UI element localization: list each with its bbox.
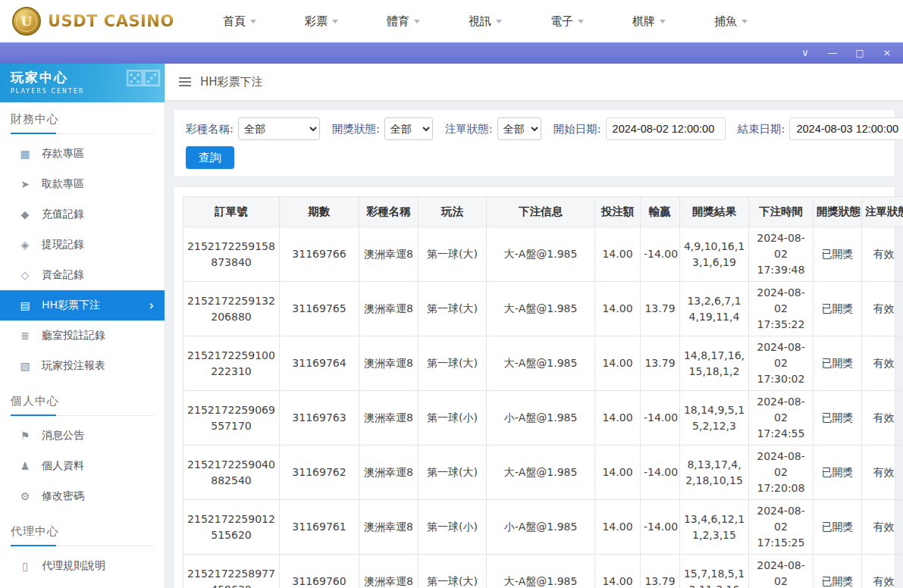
column-header: 輸贏 [641, 197, 680, 227]
lottery-type-select[interactable]: 全部 [238, 117, 320, 140]
content-header: HH彩票下注 [165, 64, 903, 100]
start-date-label: 開始日期: [553, 122, 601, 136]
nav-item[interactable]: 電子 [550, 14, 584, 29]
table-row: 2152172259040882540 31169762 澳洲幸運8 第一球(大… [183, 446, 903, 500]
cell-draw-status: 已開獎 [814, 391, 862, 446]
table-row: 2152172259100222310 31169764 澳洲幸運8 第一球(大… [183, 336, 903, 391]
start-date-input[interactable] [606, 117, 726, 140]
personal-menu-group: ⚑ 消息公告 ♟ 個人資料 ⚙ 修改密碼 [0, 416, 165, 514]
main-nav: 首頁 彩票 體育 視訊 電子 棋牌 捕魚 [223, 14, 748, 29]
sidebar-item-announcements[interactable]: ⚑ 消息公告 [0, 421, 165, 451]
chevron-right-icon: › [149, 299, 154, 312]
cell-win-loss: 13.79 [641, 336, 680, 391]
cell-win-loss: -14.00 [641, 446, 680, 500]
cell-period: 31169766 [280, 227, 359, 282]
hamburger-menu-icon[interactable] [179, 81, 191, 83]
search-button[interactable]: 查詢 [186, 146, 234, 169]
draw-status-filter: 開獎狀態: 全部 [332, 117, 433, 140]
funds-icon: ◇ [18, 269, 32, 281]
bet-status-select[interactable]: 全部 [497, 117, 541, 140]
column-header: 下注信息 [487, 197, 595, 227]
table-row: 2152172259158873840 31169766 澳洲幸運8 第一球(大… [183, 227, 903, 282]
close-button[interactable]: × [879, 42, 895, 64]
cell-draw-result: 13,4,6,12,11,2,3,15 [680, 500, 749, 555]
deposit-icon: ▦ [18, 148, 32, 160]
cell-bet-status: 有效 [862, 446, 903, 500]
nav-item[interactable]: 體育 [387, 14, 420, 29]
cell-play-type: 第一球(大) [419, 446, 487, 500]
cell-bet-time: 2024-08-02 17:24:55 [749, 391, 814, 446]
content-area: HH彩票下注 彩種名稱: 全部 開獎狀態: 全部 [165, 64, 903, 588]
cell-bet-time: 2024-08-02 17:20:08 [749, 446, 814, 500]
start-date-filter: 開始日期: [553, 117, 726, 140]
document-icon: ▯ [18, 560, 32, 572]
minimize-button[interactable]: — [824, 42, 841, 64]
sidebar-item-label: 充值記錄 [42, 208, 84, 221]
bet-status-filter: 注單狀態: 全部 [445, 117, 541, 140]
cell-bet-amount: 14.00 [595, 282, 641, 336]
content-scroll: 彩種名稱: 全部 開獎狀態: 全部 注單狀態: 全 [165, 100, 903, 588]
nav-item[interactable]: 棋牌 [632, 14, 666, 29]
cell-play-type: 第一球(大) [419, 227, 487, 282]
cell-lottery-name: 澳洲幸運8 [359, 446, 419, 500]
sidebar-item-funds-record[interactable]: ◇ 資金記錄 [0, 260, 165, 290]
cell-draw-result: 8,13,17,4,2,18,10,15 [680, 446, 749, 500]
column-header: 開獎結果 [680, 197, 749, 227]
chevron-down-icon [332, 20, 338, 23]
draw-status-select[interactable]: 全部 [384, 117, 433, 140]
logo[interactable]: U USDT CASINO [12, 7, 183, 36]
cell-draw-result: 13,2,6,7,14,19,11,4 [680, 282, 749, 336]
gear-icon: ⚙ [18, 490, 32, 502]
cell-order-number: 2152172258977459630 [183, 555, 280, 588]
sidebar-item-hall-bet-record[interactable]: ≣ 廳室投註記錄 [0, 321, 165, 351]
sidebar-item-change-password[interactable]: ⚙ 修改密碼 [0, 481, 165, 511]
agent-menu-group: ▯ 代理規則說明 [0, 546, 165, 584]
cell-bet-status: 有效 [862, 555, 903, 588]
column-header: 下注時間 [749, 197, 814, 227]
finance-menu-group: ▦ 存款專區 ➤ 取款專區 ◆ 充值記錄 ◈ 提現記錄 ◇ 資金記錄 ▤ HH彩… [0, 134, 165, 384]
bets-table-panel: 訂單號期數彩種名稱玩法下注信息投注額輸贏開獎結果下注時間開獎狀態注單狀態 215… [173, 186, 895, 588]
chevron-down-icon [250, 20, 256, 23]
nav-item-label: 電子 [550, 14, 573, 29]
cell-draw-result: 15,7,18,5,12,11,3,16 [680, 555, 749, 588]
sidebar-item-hh-lottery-bets[interactable]: ▤ HH彩票下注 › [0, 290, 165, 321]
sidebar-item-label: 玩家投注報表 [42, 359, 105, 373]
cell-lottery-name: 澳洲幸運8 [359, 282, 419, 336]
cell-win-loss: -14.00 [641, 500, 680, 555]
column-header: 開獎狀態 [814, 197, 862, 227]
cell-win-loss: -14.00 [641, 227, 680, 282]
sidebar-item-recharge-record[interactable]: ◆ 充值記錄 [0, 199, 165, 230]
sidebar-item-player-bet-report[interactable]: ▧ 玩家投注報表 [0, 351, 165, 381]
sidebar-item-withdraw-record[interactable]: ◈ 提現記錄 [0, 230, 165, 260]
nav-item[interactable]: 捕魚 [714, 14, 748, 29]
players-center-banner: 玩家中心 PLAYERS CENTER ⚄⚂ [0, 64, 165, 102]
sidebar-item-label: 資金記錄 [42, 268, 84, 282]
chevron-down-icon [496, 20, 502, 23]
cell-lottery-name: 澳洲幸運8 [359, 500, 419, 555]
end-date-input[interactable] [789, 117, 903, 140]
cell-bet-amount: 14.00 [595, 391, 641, 446]
logo-text: USDT CASINO [48, 12, 174, 30]
cell-play-type: 第一球(小) [419, 391, 487, 446]
window-chevron-button[interactable]: ∨ [797, 42, 814, 64]
nav-item[interactable]: 首頁 [223, 14, 256, 29]
nav-item-label: 捕魚 [714, 14, 737, 29]
nav-item[interactable]: 視訊 [469, 14, 502, 29]
cell-bet-info: 小-A盤@1.985 [487, 391, 595, 446]
cell-order-number: 2152172259012515620 [183, 500, 280, 555]
sidebar-item-label: 消息公告 [42, 429, 84, 443]
sidebar-item-deposit[interactable]: ▦ 存款專區 [0, 139, 165, 169]
sidebar-item-profile[interactable]: ♟ 個人資料 [0, 451, 165, 481]
cell-play-type: 第一球(小) [419, 500, 487, 555]
sidebar-item-agent-rules[interactable]: ▯ 代理規則說明 [0, 551, 165, 581]
sidebar-item-label: 提現記錄 [42, 238, 84, 252]
filter-panel: 彩種名稱: 全部 開獎狀態: 全部 注單狀態: 全 [173, 109, 895, 177]
nav-item-label: 體育 [387, 14, 409, 29]
cell-period: 31169760 [280, 555, 359, 588]
person-icon: ♟ [18, 460, 32, 472]
nav-item[interactable]: 彩票 [305, 14, 338, 29]
maximize-button[interactable]: □ [851, 42, 868, 64]
column-header: 投注額 [595, 197, 641, 227]
sidebar-item-withdraw[interactable]: ➤ 取款專區 [0, 169, 165, 199]
filter-row: 彩種名稱: 全部 開獎狀態: 全部 注單狀態: 全 [186, 117, 883, 140]
